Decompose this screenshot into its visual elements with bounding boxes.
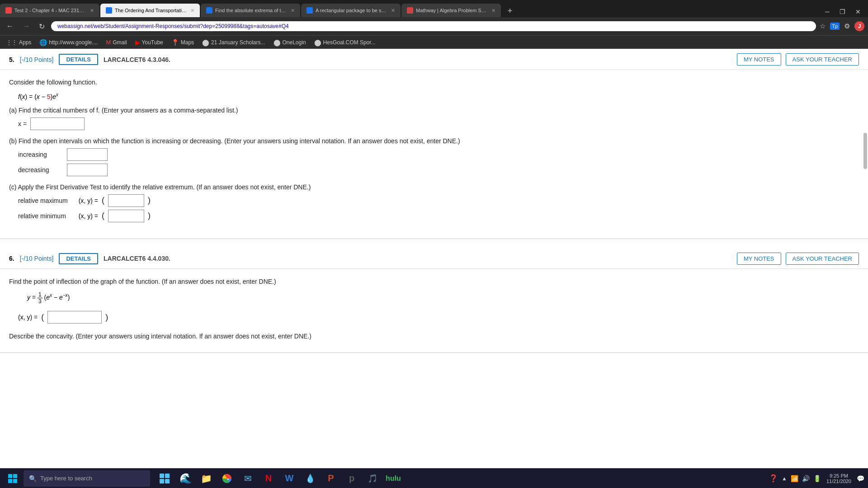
tab2-title: The Ordering And Transportation... — [115, 8, 187, 13]
q5-x-input[interactable] — [30, 117, 85, 130]
bookmark-google[interactable]: 🌐 http://www.google.... — [37, 38, 100, 47]
taskbar-chrome[interactable] — [218, 469, 236, 488]
tab5-title: Mathway | Algebra Problem Solv... — [416, 8, 488, 13]
taskbar-hulu[interactable]: hulu — [384, 469, 402, 488]
bookmark-gmail[interactable]: M Gmail — [103, 38, 129, 47]
taskbar-date-display: 11/21/2020 — [826, 479, 851, 484]
svg-rect-3 — [13, 479, 17, 483]
q6-number: 6. — [9, 255, 14, 262]
bookmark-maps[interactable]: 📍 Maps — [169, 38, 197, 47]
tab3-close[interactable]: ✕ — [291, 8, 295, 14]
tab-3[interactable]: Find the absolute extrema of the... ✕ — [201, 4, 300, 17]
task-view-icon — [160, 474, 170, 483]
q5-part-b-label: (b) Find the open intervals on which the… — [9, 137, 859, 145]
question6-header: 6. [-/10 Points] DETAILS LARCALCET6 4.4.… — [0, 248, 868, 269]
q6-ask-teacher-button[interactable]: ASK YOUR TEACHER — [786, 253, 859, 265]
q5-ask-teacher-button[interactable]: ASK YOUR TEACHER — [786, 53, 859, 66]
taskbar-netflix[interactable]: N — [259, 469, 278, 488]
network-icon[interactable]: 📶 — [791, 475, 798, 482]
tab1-close[interactable]: ✕ — [90, 8, 94, 14]
q5-decreasing-input[interactable] — [67, 164, 108, 176]
help-icon[interactable]: ❓ — [769, 474, 778, 483]
taskbar-clock: 9:25 PM 11/21/2020 — [826, 473, 851, 484]
back-button[interactable]: ← — [4, 21, 16, 31]
q6-function-display: y = 13 (ex − e−x) — [27, 294, 70, 301]
taskbar-file-explorer[interactable]: 📁 — [197, 469, 215, 488]
scrollbar-thumb[interactable] — [863, 133, 867, 169]
taskbar-task-view[interactable] — [156, 469, 174, 488]
profile-icon[interactable]: J — [854, 21, 864, 31]
address-bar-row: ← → ↻ webassign.net/web/Student/Assignme… — [0, 17, 868, 35]
q6-xy-input[interactable] — [47, 311, 102, 324]
tab-5[interactable]: Mathway | Algebra Problem Solv... ✕ — [401, 4, 501, 17]
tab2-favicon — [106, 7, 112, 14]
q5-points: [-/10 Points] — [20, 56, 54, 63]
minimize-button[interactable]: ─ — [821, 6, 833, 17]
q5-ref: LARCALCET6 4.3.046. — [104, 56, 170, 63]
svg-rect-4 — [160, 474, 164, 478]
taskbar-word[interactable]: W — [280, 469, 298, 488]
bookmark-hesgoal[interactable]: ⬤ HesGoal.COM Spor... — [311, 38, 378, 47]
up-arrow-icon[interactable]: ▲ — [782, 475, 787, 482]
q5-rel-max-xy-label: (x, y) = — [79, 197, 98, 204]
address-bar[interactable]: webassign.net/web/Student/Assignment-Res… — [51, 21, 816, 31]
reload-button[interactable]: ↻ — [36, 21, 47, 32]
tab4-close[interactable]: ✕ — [391, 8, 395, 14]
taskbar-apps: 🌊 📁 ✉ N W 💧 P p — [156, 469, 402, 488]
tab-1[interactable]: Test 2 - Chapter 4 - MAC 2311, s... ✕ — [0, 4, 99, 17]
q5-right-buttons: MY NOTES ASK YOUR TEACHER — [737, 53, 859, 66]
search-icon: 🔍 — [29, 475, 37, 482]
taskbar: 🔍 Type here to search 🌊 📁 — [0, 468, 868, 488]
q6-xy-label: (x, y) = — [18, 314, 38, 321]
restore-button[interactable]: ❐ — [836, 6, 849, 17]
q5-rel-min-close-paren: ) — [148, 211, 151, 221]
taskbar-mail[interactable]: ✉ — [239, 469, 257, 488]
bookmark-onelogin[interactable]: ⬤ OneLogin — [271, 38, 309, 47]
taskbar-powerpoint[interactable]: P — [322, 469, 340, 488]
q6-instruction: Find the point of inflection of the grap… — [9, 278, 859, 285]
start-button[interactable] — [4, 469, 22, 488]
bookmark-apps[interactable]: ⋮⋮ Apps — [4, 38, 34, 47]
svg-rect-0 — [8, 474, 12, 478]
tab5-close[interactable]: ✕ — [491, 8, 495, 14]
page-content: 5. [-/10 Points] DETAILS LARCALCET6 4.3.… — [0, 49, 868, 468]
q5-decreasing-label: decreasing — [18, 166, 63, 174]
taskbar-app-p2[interactable]: p — [343, 469, 361, 488]
q5-part-a-label: (a) Find the critical numbers of f. (Ent… — [9, 107, 859, 114]
tab1-title: Test 2 - Chapter 4 - MAC 2311, s... — [14, 8, 86, 13]
bookmark-scholars[interactable]: ⬤ 21 January Scholars... — [199, 38, 268, 47]
q5-rel-min-input[interactable] — [108, 210, 144, 222]
taskbar-itunes[interactable]: 🎵 — [363, 469, 382, 488]
tab-4[interactable]: A rectangular package to be sen... ✕ — [301, 4, 401, 17]
notification-icon[interactable]: 💬 — [857, 475, 864, 482]
q6-my-notes-button[interactable]: MY NOTES — [737, 253, 781, 265]
taskbar-time-display: 9:25 PM — [830, 473, 848, 479]
q6-details-button[interactable]: DETAILS — [59, 253, 98, 264]
svg-rect-5 — [165, 474, 170, 478]
question5-block: 5. [-/10 Points] DETAILS LARCALCET6 4.3.… — [0, 49, 868, 239]
svg-rect-1 — [13, 474, 17, 478]
close-button[interactable]: ✕ — [852, 6, 864, 17]
volume-icon[interactable]: 🔊 — [802, 475, 810, 482]
bookmark-youtube[interactable]: ▶ YouTube — [132, 38, 166, 47]
tab-2[interactable]: The Ordering And Transportation... ✕ — [100, 4, 200, 17]
tab3-title: Find the absolute extrema of the... — [215, 8, 287, 13]
q5-increasing-label: increasing — [18, 151, 63, 158]
bookmark-icon[interactable]: ☆ — [820, 22, 826, 30]
chrome-icon — [222, 474, 232, 483]
q5-my-notes-button[interactable]: MY NOTES — [737, 53, 781, 66]
q5-rel-max-input[interactable] — [108, 194, 144, 207]
q5-increasing-input[interactable] — [67, 148, 108, 161]
extension1-icon[interactable]: Tp — [830, 23, 840, 30]
taskbar-search[interactable]: 🔍 Type here to search — [24, 470, 150, 487]
bookmark-onelogin-label: OneLogin — [283, 39, 306, 46]
forward-button[interactable]: → — [20, 21, 33, 31]
taskbar-edge[interactable]: 🌊 — [176, 469, 194, 488]
new-tab-button[interactable]: + — [504, 5, 516, 17]
q6-close-paren: ) — [105, 313, 108, 322]
tab2-close[interactable]: ✕ — [190, 8, 194, 14]
q5-rel-max-open-paren: ( — [102, 196, 104, 205]
extensions-icon[interactable]: ⚙ — [844, 22, 850, 30]
q5-details-button[interactable]: DETAILS — [59, 54, 98, 65]
taskbar-dropbox[interactable]: 💧 — [301, 469, 319, 488]
